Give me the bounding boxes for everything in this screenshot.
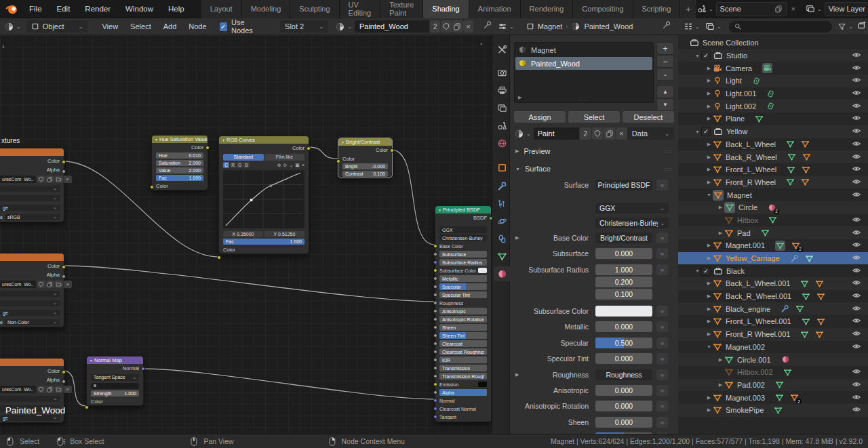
badge[interactable] <box>774 406 783 415</box>
socket-left[interactable] <box>433 293 437 297</box>
color-swatch[interactable] <box>478 268 487 273</box>
fake-user-button[interactable] <box>441 20 451 33</box>
pin-button[interactable] <box>662 20 671 33</box>
expand-arrow[interactable]: ▶ <box>705 116 713 121</box>
decorator-button-5[interactable]: ○ <box>656 264 668 275</box>
decorator-button-9[interactable]: ○ <box>656 353 668 364</box>
decorator-button-0[interactable]: ○ <box>656 180 668 190</box>
properties-tab-scene[interactable] <box>494 118 510 133</box>
dropdown[interactable]: GGX <box>439 226 487 233</box>
socket-left[interactable] <box>433 325 437 329</box>
preview-panel-header[interactable]: ▶Preview:::: <box>510 145 678 157</box>
mesh-icon[interactable] <box>713 342 722 352</box>
outliner-row-smokepipe[interactable]: ▶SmokePipe <box>678 404 868 417</box>
badge[interactable] <box>800 330 809 339</box>
mesh-icon[interactable] <box>724 380 734 390</box>
expand-arrow[interactable]: ▶ <box>705 155 713 160</box>
properties-tab-constraints[interactable] <box>494 231 510 246</box>
slider[interactable]: Metallic <box>439 275 487 282</box>
number-field[interactable]: Strength1.000 <box>91 390 139 396</box>
unlink-image-button[interactable]: × <box>64 176 72 183</box>
hide-toggle[interactable] <box>852 215 861 226</box>
deselect-button[interactable]: Deselect <box>623 111 674 123</box>
fake-user-button[interactable] <box>37 386 45 393</box>
surface-slider-13[interactable]: 0.000 <box>595 417 652 428</box>
outliner-row-studio[interactable]: ▼✓Studio <box>678 49 868 62</box>
socket-right[interactable] <box>62 169 66 174</box>
collection-checkbox[interactable]: ✓ <box>701 127 711 136</box>
outliner-row-pad-002[interactable]: ▶Pad.002 <box>678 379 868 392</box>
mesh-icon[interactable] <box>713 405 722 415</box>
mesh-icon[interactable] <box>713 190 724 201</box>
socket-right[interactable] <box>307 146 311 150</box>
socket-left[interactable] <box>433 252 437 256</box>
hide-toggle[interactable] <box>852 75 861 86</box>
surface-node-field-0[interactable]: Principled BSDF <box>595 180 652 190</box>
tools-dropdown-icon[interactable]: ⌄ <box>289 163 293 168</box>
number-field[interactable]: Fac1.000 <box>156 175 203 181</box>
socket-left[interactable] <box>433 390 437 394</box>
colorspace-dropdown[interactable]: Non-Color⌄ <box>5 319 60 325</box>
hide-toggle[interactable] <box>852 240 861 251</box>
link-mode-dropdown[interactable]: Data⌄ <box>627 127 674 140</box>
outliner-search-field[interactable] <box>729 21 832 33</box>
socket-left[interactable] <box>433 268 437 272</box>
badge[interactable] <box>802 292 810 301</box>
blender-logo-icon[interactable] <box>5 3 18 15</box>
number-field[interactable]: Fac1.000 <box>223 239 304 245</box>
light-icon[interactable] <box>713 76 722 85</box>
expand-arrow[interactable]: ▶ <box>515 372 519 378</box>
mesh-icon[interactable] <box>713 114 722 123</box>
badge[interactable] <box>816 317 825 326</box>
unlink-material-button[interactable]: × <box>463 20 473 33</box>
mesh-icon[interactable] <box>713 178 722 187</box>
fake-user-button[interactable] <box>37 281 45 288</box>
dropdown[interactable]: ⌄ <box>0 396 60 402</box>
collapse-icon[interactable]: ▾ <box>222 138 224 142</box>
dropdown[interactable]: ⌄ <box>0 291 60 297</box>
decorator-button-8[interactable]: ○ <box>656 338 668 348</box>
outliner-editor-type-button[interactable]: ⌄ <box>684 22 700 31</box>
properties-tab-output[interactable] <box>494 83 510 98</box>
light-icon[interactable] <box>713 102 722 111</box>
hide-toggle[interactable] <box>852 405 861 415</box>
badge[interactable]: 2 <box>768 203 776 212</box>
socket-left[interactable] <box>217 256 221 260</box>
expand-arrow[interactable]: ▶ <box>705 407 713 413</box>
collapse-arrow[interactable]: ▼ <box>694 129 701 134</box>
use-nodes-toggle[interactable]: ✓Use Nodes <box>220 18 264 35</box>
hide-toggle[interactable] <box>852 190 861 201</box>
socket-left[interactable] <box>433 366 437 370</box>
sidebar-toggle-right[interactable]: ‹ <box>480 39 483 47</box>
badge[interactable] <box>755 115 764 123</box>
new-image-button[interactable] <box>46 386 54 393</box>
outliner-row-magnet-003[interactable]: ▶Magnet.0032 <box>678 391 868 404</box>
material-name-field[interactable]: Painted_Wood <box>355 20 429 33</box>
uv-map-field[interactable] <box>91 383 139 389</box>
node-header[interactable]: ▾Normal Map <box>87 357 143 364</box>
hide-toggle[interactable] <box>852 316 861 327</box>
outliner-row-magnet[interactable]: ▼Magnet <box>678 188 868 201</box>
workspace-tab-shading[interactable]: Shading <box>423 0 469 18</box>
curve-widget[interactable] <box>223 170 304 228</box>
node-menu-view[interactable]: View <box>97 22 123 30</box>
collapse-icon[interactable]: ▾ <box>155 137 157 142</box>
socket-right[interactable] <box>62 265 66 269</box>
number-field[interactable]: Contrast0.100 <box>342 171 388 177</box>
slider[interactable]: Transmission Roughness <box>439 373 487 380</box>
hide-toggle[interactable] <box>852 367 861 378</box>
open-image-button[interactable] <box>55 386 63 393</box>
outliner-row-black-engine[interactable]: ▶Black_engine <box>678 302 868 315</box>
badge[interactable] <box>815 279 824 288</box>
outliner-row-yellow-carriage[interactable]: ▶Yellow_Carriage <box>678 252 868 265</box>
badge[interactable] <box>790 254 799 263</box>
workspace-tab-compositing[interactable]: Compositing <box>573 0 633 18</box>
outliner-row-camera[interactable]: ▶Camera <box>678 62 868 75</box>
new-collection-button[interactable] <box>857 20 867 33</box>
display-mode-button[interactable]: ⌄ <box>705 22 722 31</box>
hide-toggle[interactable] <box>852 50 861 61</box>
slot-specials-button[interactable]: ⌄ <box>656 68 674 81</box>
collection-icon[interactable] <box>713 127 723 136</box>
properties-tab-object[interactable] <box>494 160 510 175</box>
hide-toggle[interactable] <box>852 278 861 289</box>
